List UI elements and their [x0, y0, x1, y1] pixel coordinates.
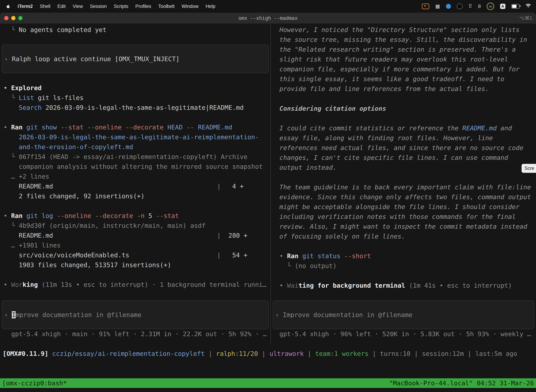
blank-line — [0, 201, 270, 211]
right-pane[interactable]: However, I noticed the "Directory Struct… — [271, 23, 536, 344]
explored-header: • Explored — [0, 83, 270, 93]
macos-menu-bar: iTerm2 Shell Edit View Session Scripts P… — [0, 0, 536, 13]
thinking-line: references need actual files, and since … — [271, 143, 536, 153]
git-status-command: • Ran git status --short — [271, 251, 536, 261]
thinking-line: might be acceptable alongside the file l… — [271, 202, 536, 212]
blank-line — [271, 241, 536, 251]
thinking-line: provide file and line references from th… — [271, 84, 536, 94]
menu-shell[interactable]: Shell — [40, 4, 50, 9]
git-show-command: • Ran git show --stat --oneline --decora… — [0, 122, 270, 132]
thinking-line: the source tree, missing the essay. Stil… — [271, 35, 536, 45]
prompt-line-right[interactable]: › Improve documentation in @filename — [273, 310, 412, 320]
menu-view[interactable]: View — [73, 4, 83, 9]
menu-help[interactable]: Help — [206, 4, 215, 9]
tmux-host-time-label: "MacBook-Pro-44.local" 04:52 31-Mar-26 — [389, 379, 534, 387]
wifi-icon[interactable] — [526, 4, 531, 9]
blank-line — [271, 271, 536, 281]
thinking-line: companion file, especially if more comme… — [271, 64, 536, 74]
thinking-heading: Considering citation options — [271, 104, 536, 113]
waiting-status-line: • Waiting for background terminal (1m 41… — [271, 281, 536, 290]
battery-percent-icon[interactable]: .61 — [487, 3, 494, 10]
terminal-line: … +1901 lines — [0, 240, 270, 250]
window-title-bar[interactable]: omx --xhigh --madmax ⌥⌘1 — [0, 13, 536, 24]
grid-icon[interactable]: ▦ — [435, 4, 440, 9]
thinking-line: slight risk that future readers may over… — [271, 54, 536, 64]
tmux-session-label[interactable]: [omx-cczip0:bash* — [2, 379, 67, 387]
menu-session[interactable]: Session — [90, 4, 107, 9]
menu-scripts[interactable]: Scripts — [114, 4, 128, 9]
terminal-line: … +2 lines — [0, 172, 270, 182]
terminal-line: and-the-erosion-of-copyleft.md — [0, 142, 270, 152]
thinking-line: changes, I can't cite specific file line… — [271, 153, 536, 163]
blank-line — [271, 173, 536, 182]
terminal-line: Search 2026-03-09-is-legal-the-same-as-l… — [0, 103, 270, 112]
ralph-loop-line: › Ralph loop active continue [OMX_TMUX_I… — [2, 54, 180, 64]
screen-edge-tooltip-label: Scre — [524, 166, 534, 171]
ralph-loop-banner: › Ralph loop active continue [OMX_TMUX_I… — [2, 45, 269, 73]
terminal-window: └ No agents completed yet › Ralph loop a… — [0, 23, 536, 392]
blank-line — [0, 270, 270, 280]
left-pane[interactable]: └ No agents completed yet › Ralph loop a… — [0, 23, 270, 344]
blank-line — [0, 112, 270, 122]
prompt-input-left[interactable]: › Improve documentation in @filename — [2, 300, 269, 329]
thinking-line: essay file, along with finding root file… — [271, 133, 536, 143]
omx-status-line: [OMX#0.11.9] cczip/essay/ai-reimplementa… — [0, 349, 536, 359]
prompt-line-left[interactable]: › Improve documentation in @filename — [2, 310, 141, 320]
apple-menu-icon[interactable] — [6, 4, 10, 9]
thinking-line: output instead. — [271, 163, 536, 173]
working-status-line: • Working (11m 13s • esc to interrupt) ·… — [0, 280, 270, 289]
screen-recording-icon[interactable] — [422, 4, 429, 9]
thinking-line: The team guideline is to back every impo… — [271, 182, 536, 192]
model-status-left: gpt-5.4 xhigh · main · 91% left · 2.31M … — [0, 329, 270, 339]
blue-app-icon[interactable] — [446, 4, 451, 9]
blank-line — [0, 35, 270, 45]
thinking-line: including verification notes with those … — [271, 212, 536, 222]
thinking-line: of focusing solely on file lines. — [271, 232, 536, 241]
terminal-line: └ 4b9d30f (origin/main, instructkr/main,… — [0, 221, 270, 231]
terminal-line: └ List git ls-files — [0, 93, 270, 103]
menu-window[interactable]: Window — [182, 4, 199, 9]
thinking-line: However, I noticed the "Directory Struct… — [271, 25, 536, 35]
blank-line — [0, 73, 270, 83]
terminal-line: 2 files changed, 92 insertions(+) — [0, 191, 270, 201]
thinking-line: I could cite commit statistics or refere… — [271, 123, 536, 133]
git-log-command: • Ran git log --oneline --decorate -n 5 … — [0, 211, 270, 221]
dark-app-icon[interactable] — [457, 4, 463, 9]
battery-icon[interactable] — [511, 4, 519, 9]
window-title: omx --xhigh --madmax — [0, 13, 536, 23]
thinking-line: this single essay, it seems like a good … — [271, 74, 536, 84]
model-status-right: gpt-5.4 xhigh · 96% left · 520K in · 5.8… — [271, 329, 536, 339]
window-shortcut: ⌥⌘1 — [519, 13, 532, 23]
thinking-line: evidence. Since this change only affects… — [271, 192, 536, 202]
terminal-line: src/voice/voiceModeEnabled.ts | 54 + — [0, 250, 270, 260]
terminal-line: 1903 files changed, 513517 insertions(+) — [0, 260, 270, 270]
terminal-line: └ No agents completed yet — [0, 25, 270, 35]
terminal-line: companion analysis without altering the … — [0, 162, 270, 172]
terminal-line: README.md | 280 + — [0, 231, 270, 240]
blank-line — [271, 94, 536, 104]
terminal-line: 2026-03-09-is-legal-the-same-as-legitima… — [0, 132, 270, 142]
menu-app-name[interactable]: iTerm2 — [18, 4, 33, 9]
screen-edge-tooltip[interactable]: Scre — [522, 164, 536, 173]
input-source-icon[interactable]: A — [500, 4, 505, 9]
menu-toolbelt[interactable]: Toolbelt — [158, 4, 175, 9]
tmux-status-bar: [omx-cczip0:bash* "MacBook-Pro-44.local"… — [0, 378, 536, 388]
menu-profiles[interactable]: Profiles — [135, 4, 151, 9]
prompt-input-right[interactable]: › Improve documentation in @filename — [273, 300, 534, 329]
blank-line — [271, 113, 536, 123]
terminal-line: └ 067f154 (HEAD -> essay/ai-reimplementa… — [0, 152, 270, 162]
terminal-line: README.md | 4 + — [0, 182, 270, 191]
thinking-line: review. Also, I might want to inspect th… — [271, 222, 536, 232]
thinking-line: the "Related research writing" section i… — [271, 45, 536, 54]
eight-icon[interactable]: 8 — [478, 4, 481, 9]
menu-edit[interactable]: Edit — [57, 4, 66, 9]
dots-grid-icon[interactable]: ⠿ — [469, 4, 472, 9]
terminal-line: └ (no output) — [271, 261, 536, 271]
